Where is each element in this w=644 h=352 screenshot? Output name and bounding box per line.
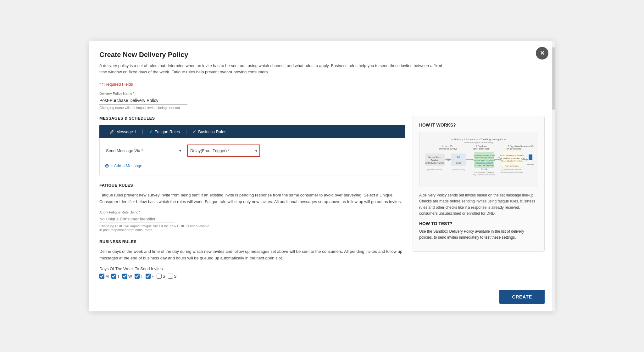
svg-rect-35 <box>529 155 532 160</box>
tab-separator-2: | <box>186 129 187 134</box>
svg-text:3 Days Later: 3 Days Later <box>508 145 520 148</box>
required-star-name: * <box>133 92 134 95</box>
svg-text:(Bounce Checked): (Bounce Checked) <box>427 169 442 171</box>
svg-text:purchase went! Click Below: purchase went! Click Below <box>473 159 496 161</box>
how-to-test-text: Use the Sandbox Delivery Policy availabl… <box>419 229 538 241</box>
close-icon: ✕ <box>540 50 545 57</box>
rocket-icon: 🚀 <box>109 129 114 134</box>
business-section-title: BUSINESS RULES <box>99 239 405 244</box>
delivery-policy-name-label: Delivery Policy Name * <box>99 92 545 95</box>
modal-container: ✕ Create New Delivery Policy A delivery … <box>89 41 555 312</box>
svg-marker-34 <box>526 159 528 161</box>
send-message-via-wrapper: Send Message Via * Email SMS Push Notifi… <box>105 146 183 155</box>
messages-section-title: MESSAGES & SCHEDULES <box>99 116 405 121</box>
scrollbar-thumb[interactable] <box>552 47 555 110</box>
tab-separator-1: | <box>142 129 143 134</box>
day-tuesday[interactable]: T <box>111 274 120 279</box>
svg-text:(invited for survey): (invited for survey) <box>439 148 457 150</box>
messages-tabs-container: 🚀 Message 1 | ✔ Fatigue Rules | ✔ Busine… <box>99 125 405 175</box>
svg-text:1 Day Later: 1 Day Later <box>476 145 487 148</box>
svg-text:Shown for 30 Days: Shown for 30 Days <box>520 145 534 148</box>
fatigue-section: FATIGUE RULES Fatigue rules prevent new … <box>99 183 405 232</box>
tab-content: Send Message Via * Email SMS Push Notifi… <box>99 138 405 175</box>
svg-text:In Next 30s: In Next 30s <box>442 145 453 147</box>
day-sunday-checkbox[interactable] <box>168 274 173 279</box>
info-box: HOW IT WORKS? ↔ Delivery + Reminders + T… <box>413 116 545 252</box>
dropdowns-row: Send Message Via * Email SMS Push Notifi… <box>105 145 400 157</box>
svg-text:↔ Delivery + Reminders + Throt: ↔ Delivery + Reminders + Throttling + An… <box>451 138 506 141</box>
fatigue-hint: Changing UUID will impact fatigue rules … <box>99 224 405 232</box>
tab-divider <box>105 159 400 159</box>
day-friday-checkbox[interactable] <box>146 274 151 279</box>
close-button[interactable]: ✕ <box>536 47 548 60</box>
check-icon-1: ✔ <box>149 129 153 134</box>
messages-section: MESSAGES & SCHEDULES 🚀 Message 1 | ✔ Fat… <box>99 116 405 175</box>
svg-text:(after email open): (after email open) <box>473 148 490 150</box>
how-to-test-title: HOW TO TEST? <box>419 221 538 226</box>
day-saturday-checkbox[interactable] <box>157 274 162 279</box>
send-message-via-select[interactable]: Send Message Via * Email SMS Push Notifi… <box>105 146 183 155</box>
svg-text:to share your feedback!: to share your feedback! <box>475 164 494 166</box>
svg-text:(w/Delivery Plan Id): (w/Delivery Plan Id) <box>425 162 444 164</box>
add-message-button[interactable]: ⊕ + Add a Message <box>105 163 142 169</box>
modal-description: A delivery policy is a set of rules that… <box>99 63 445 76</box>
delivery-policy-name-input[interactable] <box>99 97 187 105</box>
svg-text:✉: ✉ <box>457 155 460 160</box>
day-saturday[interactable]: S <box>157 274 165 279</box>
delivery-policy-name-hint: Changing name will not impact invites be… <box>99 106 545 110</box>
tab-business-rules[interactable]: ✔ Business Rules <box>187 125 231 138</box>
create-button-area: CREATE <box>499 290 545 304</box>
fatigue-description: Fatigue rules prevent new survey invite … <box>99 192 405 205</box>
delay-trigger-wrapper: Delay(From Trigger) * Immediately 1 Day … <box>187 145 260 157</box>
svg-text:(on no response): (on no response) <box>506 148 522 150</box>
modal-title: Create New Delivery Policy <box>99 51 545 59</box>
days-section: Days Of The Week To Send Invites M T W T <box>99 266 405 279</box>
fatigue-field-group: Apply Fatigue Rule Using * Changing UUID… <box>99 210 405 232</box>
day-thursday-checkbox[interactable] <box>135 274 140 279</box>
required-star: * <box>99 82 101 87</box>
main-content: MESSAGES & SCHEDULES 🚀 Message 1 | ✔ Fat… <box>99 116 545 286</box>
days-row: M T W T F <box>99 274 405 279</box>
svg-text:(DND Checked): (DND Checked) <box>452 169 465 171</box>
svg-text:Your feedback is important to : Your feedback is important to us. <box>498 157 525 159</box>
delivery-diagram-svg: ↔ Delivery + Reminders + Throttling + An… <box>423 136 534 183</box>
svg-text:(Unsubscribe Checked): (Unsubscribe Checked) <box>502 169 521 171</box>
svg-text:Survey Response is Pending!: Survey Response is Pending! <box>500 154 524 156</box>
day-wednesday[interactable]: W <box>122 274 132 279</box>
svg-text:Any Channel/Per Customer: Any Channel/Per Customer <box>501 171 523 173</box>
scrollbar[interactable] <box>552 41 555 312</box>
delay-trigger-select[interactable]: Delay(From Trigger) * Immediately 1 Day … <box>189 146 258 155</box>
days-label: Days Of The Week To Send Invites <box>99 266 405 271</box>
day-friday[interactable]: F <box>146 274 154 279</box>
day-thursday[interactable]: T <box>135 274 143 279</box>
svg-text:Please click the link below.: Please click the link below. <box>501 160 523 162</box>
svg-text:Survey Token: Survey Token <box>428 156 441 159</box>
fatigue-star: * <box>139 210 140 214</box>
day-sunday[interactable]: S <box>168 274 177 279</box>
day-monday[interactable]: M <box>99 274 109 279</box>
fatigue-section-title: FATIGUE RULES <box>99 183 405 188</box>
add-circle-icon: ⊕ <box>105 163 109 169</box>
tab-fatigue-rules[interactable]: ✔ Fatigue Rules <box>144 125 185 138</box>
svg-text:Website: Website <box>527 163 534 165</box>
svg-text:(Unsubscribe Checked): (Unsubscribe Checked) <box>475 171 494 173</box>
left-panel: MESSAGES & SCHEDULES 🚀 Message 1 | ✔ Fat… <box>99 116 405 286</box>
business-description: Define days of the week and time of the … <box>99 248 405 262</box>
svg-text:www.survey.com/123: www.survey.com/123 <box>475 162 493 164</box>
fatigue-uuid-input[interactable] <box>99 215 175 223</box>
create-button[interactable]: CREATE <box>499 290 545 304</box>
day-monday-checkbox[interactable] <box>99 274 104 279</box>
tab-message1[interactable]: 🚀 Message 1 <box>104 125 142 138</box>
required-fields-label: ** Required Fields <box>99 82 545 87</box>
right-panel: HOW IT WORKS? ↔ Delivery + Reminders + T… <box>413 116 545 286</box>
delivery-policy-name-group: Delivery Policy Name * Changing name wil… <box>99 92 545 110</box>
check-icon-2: ✔ <box>192 129 196 134</box>
day-tuesday-checkbox[interactable] <box>111 274 116 279</box>
svg-text:w/o PII (Any pseudo identifier: w/o PII (Any pseudo identifier) <box>464 141 493 144</box>
diagram-area: ↔ Delivery + Reminders + Throttling + An… <box>419 132 538 187</box>
how-it-works-title: HOW IT WORKS? <box>419 122 538 128</box>
day-wednesday-checkbox[interactable] <box>122 274 127 279</box>
svg-text:Push Notification: Push Notification <box>505 165 519 167</box>
tabs-bar: 🚀 Message 1 | ✔ Fatigue Rules | ✔ Busine… <box>99 125 405 138</box>
svg-text:TrueTab: TrueTab <box>481 168 488 170</box>
